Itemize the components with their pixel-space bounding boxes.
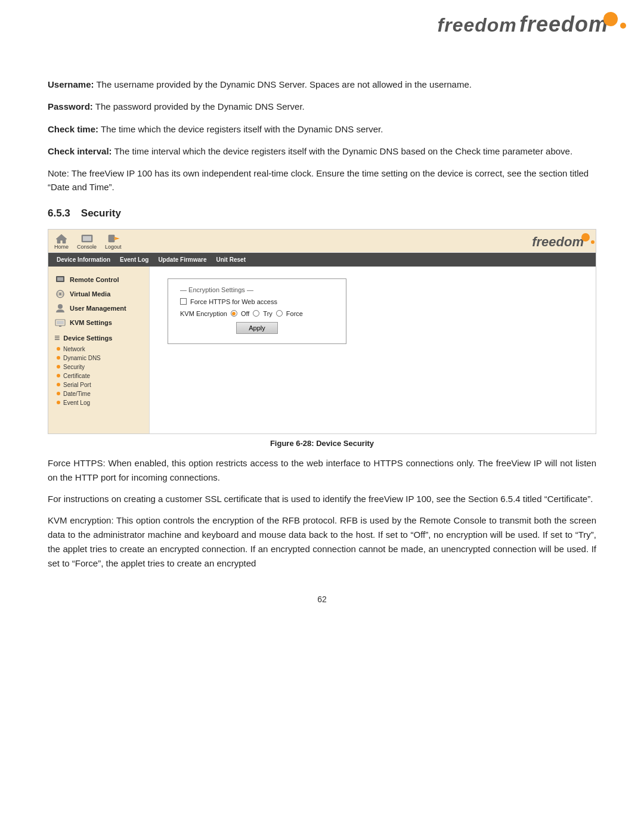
device-topbar: Home Console Logo (48, 230, 596, 253)
svg-rect-12 (57, 321, 64, 324)
logo-text: freedom (438, 14, 517, 36)
dynamic-dns-bullet (57, 356, 60, 360)
sidebar-remote-control-label: Remote Control (70, 276, 119, 283)
kvm-radio-force-label: Force (286, 310, 303, 317)
apply-button[interactable]: Apply (236, 322, 278, 334)
device-settings-icon: ≡ (54, 333, 60, 343)
sidebar-event-log[interactable]: Event Log (48, 398, 149, 407)
security-bullet (57, 365, 60, 368)
check-interval-label: Check interval: (48, 146, 112, 156)
device-ui-screenshot: Home Console Logo (48, 229, 596, 434)
sidebar-network-label: Network (63, 346, 85, 352)
sidebar-remote-control[interactable]: Remote Control (48, 272, 149, 287)
sidebar-virtual-media[interactable]: Virtual Media (48, 287, 149, 301)
logo-word: freedom (519, 12, 608, 36)
password-para: Password: The password provided by the D… (48, 100, 596, 113)
event-log-bullet (57, 401, 60, 404)
topbar-home-label: Home (54, 244, 69, 250)
date-time-bullet (57, 392, 60, 395)
device-panel: — Encryption Settings — Force HTTPS for … (150, 267, 596, 433)
navbar-update-firmware[interactable]: Update Firmware (156, 255, 213, 264)
ssl-note-text: For instructions on creating a customer … (48, 494, 593, 504)
username-para: Username: The username provided by the D… (48, 78, 596, 91)
sidebar-kvm-settings[interactable]: KVM Settings (48, 315, 149, 330)
certificate-bullet (57, 374, 60, 377)
force-https-checkbox[interactable] (180, 298, 187, 305)
topbar-console-label: Console (77, 244, 97, 250)
note-text: Note: The freeView IP 100 has its own in… (48, 168, 589, 192)
device-logo-big-dot (581, 233, 590, 241)
svg-rect-3 (109, 235, 114, 242)
sidebar-dynamic-dns-label: Dynamic DNS (63, 355, 101, 361)
kvm-encryption-body-text: This option controls the encryption of t… (48, 515, 596, 568)
kvm-settings-icon (54, 318, 66, 327)
kvm-encryption-body-label: KVM encryption: (48, 515, 114, 525)
serial-port-bullet (57, 383, 60, 386)
check-time-label: Check time: (48, 124, 98, 134)
sidebar-user-management-label: User Management (70, 305, 126, 312)
check-interval-para: Check interval: The time interval which … (48, 144, 596, 158)
sidebar-serial-port[interactable]: Serial Port (48, 380, 149, 389)
svg-rect-13 (59, 326, 61, 327)
kvm-encryption-para: KVM encryption: This option controls the… (48, 513, 596, 571)
device-navbar: Device Information Event Log Update Firm… (48, 253, 596, 267)
figure-caption: Figure 6-28: Device Security (48, 439, 596, 448)
sidebar-event-log-label: Event Log (63, 400, 90, 406)
sidebar-device-settings[interactable]: ≡ Device Settings (48, 330, 149, 345)
check-interval-text: The time interval which the device regis… (112, 146, 573, 156)
force-https-body-label: Force HTTPS: (48, 458, 106, 468)
navbar-unit-reset[interactable]: Unit Reset (214, 255, 253, 264)
sidebar-certificate[interactable]: Certificate (48, 371, 149, 380)
force-https-body-text: When enabled, this option restricts acce… (48, 458, 596, 482)
user-management-icon (54, 304, 66, 313)
home-icon (55, 233, 68, 244)
ssl-note-para: For instructions on creating a customer … (48, 492, 596, 506)
network-bullet (57, 347, 60, 351)
sidebar-certificate-label: Certificate (63, 373, 90, 379)
topbar-logout-label: Logout (105, 244, 122, 250)
password-label: Password: (48, 101, 93, 112)
topbar-home[interactable]: Home (54, 233, 69, 250)
section-heading: 6.5.3 Security (48, 208, 596, 219)
kvm-radio-try[interactable] (253, 310, 259, 317)
device-sidebar: Remote Control Virtual Media User Manage… (48, 267, 150, 433)
device-main: Remote Control Virtual Media User Manage… (48, 267, 596, 433)
sidebar-kvm-settings-label: KVM Settings (70, 319, 112, 326)
username-text: The username provided by the Dynamic DNS… (94, 79, 472, 89)
sidebar-date-time-label: Date/Time (63, 391, 91, 397)
logout-icon (107, 233, 120, 244)
encryption-title: — Encryption Settings — (180, 286, 334, 293)
remote-control-icon (54, 275, 66, 284)
content-section: Username: The username provided by the D… (48, 78, 596, 571)
navbar-event-log[interactable]: Event Log (117, 255, 156, 264)
section-number: 6.5.3 (48, 208, 70, 219)
svg-rect-6 (57, 277, 63, 281)
sidebar-network[interactable]: Network (48, 345, 149, 354)
topbar-logout[interactable]: Logout (105, 233, 122, 250)
sidebar-date-time[interactable]: Date/Time (48, 389, 149, 398)
sidebar-security-label: Security (63, 364, 85, 370)
sidebar-virtual-media-label: Virtual Media (70, 290, 110, 298)
kvm-encryption-row: KVM Encryption Off Try Force (180, 310, 334, 317)
force-https-para: Force HTTPS: When enabled, this option r… (48, 456, 596, 485)
device-logo-small-dot (591, 240, 595, 244)
svg-rect-2 (83, 236, 91, 241)
kvm-radio-force[interactable] (276, 310, 283, 317)
force-https-label: Force HTTPS for Web access (190, 298, 277, 305)
device-logo-text: freedom (532, 234, 584, 249)
topbar-console[interactable]: Console (77, 233, 97, 250)
topbar-icons: Home Console Logo (54, 233, 122, 250)
sidebar-security[interactable]: Security (48, 363, 149, 371)
check-time-para: Check time: The time which the device re… (48, 122, 596, 136)
device-logo: freedom (532, 234, 584, 250)
sidebar-user-management[interactable]: User Management (48, 301, 149, 315)
navbar-device-info[interactable]: Device Information (54, 255, 117, 264)
kvm-radio-off-label: Off (241, 310, 249, 317)
kvm-radio-off[interactable] (231, 310, 237, 317)
force-https-row: Force HTTPS for Web access (180, 298, 334, 305)
encryption-settings-box: — Encryption Settings — Force HTTPS for … (168, 278, 346, 344)
virtual-media-icon (54, 289, 66, 299)
kvm-encryption-label: KVM Encryption (180, 310, 227, 317)
sidebar-dynamic-dns[interactable]: Dynamic DNS (48, 354, 149, 363)
password-text: The password provided by the Dynamic DNS… (93, 101, 305, 112)
